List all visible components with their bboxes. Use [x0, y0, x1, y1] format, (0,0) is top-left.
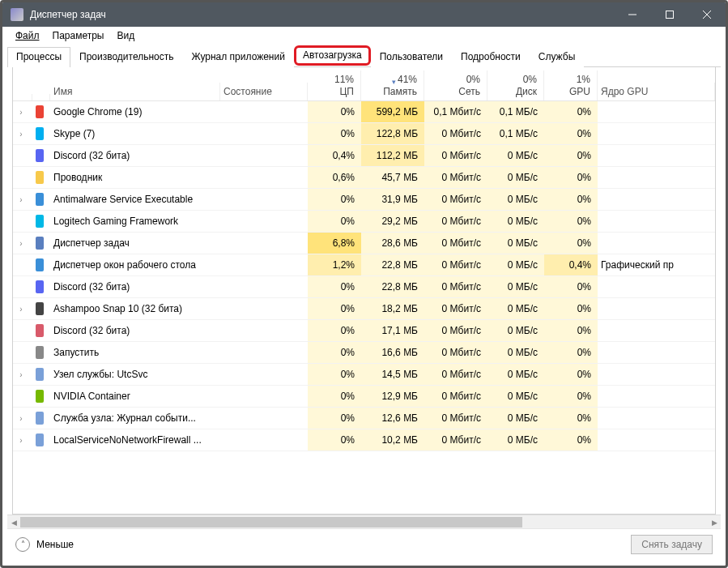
col-gpu-engine[interactable]: Ядро GPU [598, 83, 715, 100]
col-name[interactable]: Имя [50, 83, 220, 100]
memory-value: 22,8 МБ [361, 254, 424, 275]
memory-value: 16,6 МБ [361, 342, 424, 363]
table-row[interactable]: Диспетчер окон рабочего стола1,2%22,8 МБ… [13, 254, 715, 276]
end-task-button[interactable]: Снять задачу [631, 535, 713, 554]
scroll-thumb[interactable] [20, 517, 522, 527]
disk-value: 0 МБ/с [487, 189, 544, 210]
scroll-left-icon[interactable]: ◀ [7, 515, 20, 529]
process-icon [32, 233, 50, 254]
expand-toggle[interactable]: › [13, 429, 32, 451]
gpu-value: 0% [544, 364, 598, 385]
table-row[interactable]: Discord (32 бита)0%22,8 МБ0 Мбит/с0 МБ/с… [13, 276, 715, 298]
process-state [220, 408, 308, 429]
memory-value: 29,2 МБ [361, 211, 424, 232]
tab-details[interactable]: Подробности [452, 47, 530, 67]
fewer-details-button[interactable]: ˄ Меньше [15, 537, 74, 552]
table-row[interactable]: Запустить0%16,6 МБ0 Мбит/с0 МБ/с0% [13, 342, 715, 364]
process-icon [32, 211, 50, 232]
gpu-value: 0% [544, 320, 598, 341]
process-state [220, 364, 308, 385]
memory-value: 10,2 МБ [361, 429, 424, 451]
table-row[interactable]: NVIDIA Container0%12,9 МБ0 Мбит/с0 МБ/с0… [13, 386, 715, 408]
table-row[interactable]: ›Ashampoo Snap 10 (32 бита)0%18,2 МБ0 Мб… [13, 298, 715, 320]
table-row[interactable]: Logitech Gaming Framework0%29,2 МБ0 Мбит… [13, 211, 715, 233]
process-icon [32, 145, 50, 166]
disk-value: 0 МБ/с [487, 342, 544, 363]
process-state [220, 298, 308, 319]
table-row[interactable]: ›Antimalware Service Executable0%31,9 МБ… [13, 189, 715, 211]
menu-file[interactable]: Файл [9, 28, 46, 43]
expand-toggle[interactable]: › [13, 298, 32, 319]
expand-toggle [13, 167, 32, 188]
tab-startup[interactable]: Автозагрузка [294, 45, 371, 66]
disk-value: 0 МБ/с [487, 233, 544, 254]
memory-value: 17,1 МБ [361, 320, 424, 341]
gpu-value: 0% [544, 101, 598, 122]
expand-toggle[interactable]: › [13, 101, 32, 122]
gpu-engine-value [598, 145, 715, 166]
process-icon [32, 429, 50, 451]
network-value: 0 Мбит/с [424, 233, 487, 254]
gpu-engine-value [598, 233, 715, 254]
expand-toggle[interactable]: › [13, 364, 32, 385]
tab-performance[interactable]: Производительность [70, 47, 182, 67]
table-row[interactable]: ›Google Chrome (19)0%599,2 МБ0,1 Мбит/с0… [13, 101, 715, 123]
expand-toggle[interactable]: › [13, 189, 32, 210]
process-rows[interactable]: ›Google Chrome (19)0%599,2 МБ0,1 Мбит/с0… [13, 101, 715, 514]
col-state[interactable]: Состояние [220, 83, 308, 100]
table-row[interactable]: Проводник0,6%45,7 МБ0 Мбит/с0 МБ/с0% [13, 167, 715, 189]
process-state [220, 211, 308, 232]
gpu-engine-value: Графический пр [598, 254, 715, 275]
memory-value: 122,8 МБ [361, 123, 424, 144]
process-name: Служба узла: Журнал событи... [50, 408, 220, 429]
gpu-engine-value [598, 342, 715, 363]
cpu-value: 0% [308, 123, 361, 144]
tab-users[interactable]: Пользователи [371, 47, 452, 67]
minimize-button[interactable] [614, 2, 651, 27]
gpu-value: 0% [544, 429, 598, 451]
expand-toggle[interactable]: › [13, 233, 32, 254]
process-name: Диспетчер окон рабочего стола [50, 254, 220, 275]
disk-value: 0 МБ/с [487, 167, 544, 188]
process-icon [32, 189, 50, 210]
table-row[interactable]: ›Skype (7)0%122,8 МБ0 Мбит/с0,1 МБ/с0% [13, 123, 715, 145]
cpu-value: 0,6% [308, 167, 361, 188]
table-row[interactable]: Discord (32 бита)0,4%112,2 МБ0 Мбит/с0 М… [13, 145, 715, 167]
table-row[interactable]: ›Диспетчер задач6,8%28,6 МБ0 Мбит/с0 МБ/… [13, 233, 715, 254]
process-name: Проводник [50, 167, 220, 188]
process-state [220, 276, 308, 297]
col-memory[interactable]: ▾41%Память [361, 70, 424, 100]
titlebar[interactable]: Диспетчер задач [2, 2, 726, 27]
gpu-engine-value [598, 189, 715, 210]
expand-toggle [13, 276, 32, 297]
tab-processes[interactable]: Процессы [7, 47, 70, 67]
table-row[interactable]: Discord (32 бита)0%17,1 МБ0 Мбит/с0 МБ/с… [13, 320, 715, 342]
scroll-right-icon[interactable]: ▶ [708, 515, 721, 529]
gpu-value: 0% [544, 342, 598, 363]
horizontal-scrollbar[interactable]: ◀ ▶ [7, 515, 721, 528]
col-cpu[interactable]: 11%ЦП [308, 70, 361, 100]
network-value: 0,1 Мбит/с [424, 101, 487, 122]
menu-options[interactable]: Параметры [46, 28, 111, 43]
expand-toggle[interactable]: › [13, 123, 32, 144]
process-icon [32, 276, 50, 297]
process-state [220, 189, 308, 210]
menu-view[interactable]: Вид [110, 28, 141, 43]
process-name: Google Chrome (19) [50, 101, 220, 122]
tab-app-history[interactable]: Журнал приложений [183, 47, 294, 67]
table-row[interactable]: ›Служба узла: Журнал событи...0%12,6 МБ0… [13, 408, 715, 429]
table-row[interactable]: ›Узел службы: UtcSvc0%14,5 МБ0 Мбит/с0 М… [13, 364, 715, 386]
close-button[interactable] [688, 2, 726, 27]
process-state [220, 167, 308, 188]
table-row[interactable]: ›LocalServiceNoNetworkFirewall ...0%10,2… [13, 429, 715, 451]
col-disk[interactable]: 0%Диск [487, 70, 544, 100]
network-value: 0 Мбит/с [424, 145, 487, 166]
col-gpu[interactable]: 1%GPU [544, 70, 598, 100]
col-network[interactable]: 0%Сеть [424, 70, 487, 100]
gpu-value: 0% [544, 276, 598, 297]
maximize-button[interactable] [651, 2, 688, 27]
tab-services[interactable]: Службы [530, 47, 584, 67]
cpu-value: 0% [308, 211, 361, 232]
process-icon [32, 408, 50, 429]
expand-toggle[interactable]: › [13, 408, 32, 429]
